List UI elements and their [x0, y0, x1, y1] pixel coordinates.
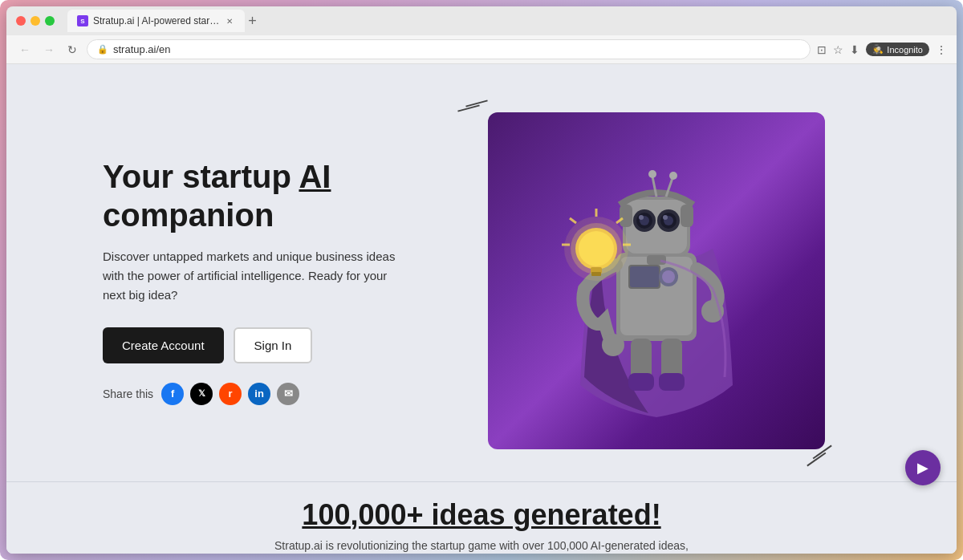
hero-right	[488, 112, 825, 449]
address-bar: ← → ↻ 🔒 stratup.ai/en ⊡ ☆ ⬇ 🕵 Incognito …	[6, 35, 957, 64]
bottom-subtitle: Stratup.ai is revolutionizing the startu…	[39, 537, 924, 554]
incognito-badge: 🕵 Incognito	[866, 43, 929, 56]
browser-actions: ⊡ ☆ ⬇ 🕵 Incognito ⋮	[817, 43, 947, 56]
svg-rect-39	[659, 373, 685, 391]
svg-point-34	[602, 334, 624, 356]
sign-in-button[interactable]: Sign In	[234, 327, 313, 363]
email-share-button[interactable]: ✉	[277, 383, 299, 405]
close-window-button[interactable]	[16, 16, 26, 26]
svg-rect-38	[628, 373, 654, 391]
hero-title-part2: companion	[103, 197, 274, 233]
svg-point-5	[662, 270, 675, 283]
share-icons: f 𝕏 r in ✉	[161, 383, 299, 405]
svg-point-15	[663, 215, 668, 220]
hero-left: Your startup AI companion Discover untap…	[103, 157, 488, 405]
back-button[interactable]: ←	[16, 42, 34, 58]
bottom-desc-line1: Stratup.ai is revolutionizing the startu…	[274, 539, 689, 552]
cast-icon[interactable]: ⊡	[817, 43, 827, 56]
url-text: stratup.ai/en	[113, 43, 171, 55]
linkedin-share-button[interactable]: in	[248, 383, 270, 405]
lock-icon: 🔒	[97, 44, 108, 55]
svg-rect-28	[591, 272, 601, 276]
hero-section: Your startup AI companion Discover untap…	[6, 64, 957, 481]
minimize-window-button[interactable]	[30, 16, 40, 26]
tab-bar: S Stratup.ai | AI-powered star… ✕ +	[67, 10, 947, 32]
floating-play-button[interactable]: ▶	[905, 450, 941, 485]
tab-favicon-icon: S	[77, 15, 88, 26]
hero-title-ai: AI	[299, 159, 331, 194]
page-content: Your startup AI companion Discover untap…	[6, 64, 957, 554]
incognito-icon: 🕵	[872, 44, 884, 55]
hero-title-part1: Your startup	[103, 159, 299, 194]
reload-button[interactable]: ↻	[64, 42, 80, 58]
forward-button[interactable]: →	[40, 42, 58, 58]
create-account-button[interactable]: Create Account	[103, 327, 224, 363]
download-icon[interactable]: ⬇	[850, 43, 859, 56]
corner-decoration-br	[804, 448, 835, 465]
svg-rect-17	[681, 205, 693, 227]
svg-line-31	[570, 218, 576, 223]
bottom-section: 100,000+ ideas generated! Stratup.ai is …	[6, 481, 957, 554]
facebook-share-button[interactable]: f	[161, 383, 184, 405]
share-label: Share this	[103, 388, 153, 400]
robot-image	[488, 112, 825, 449]
hero-buttons: Create Account Sign In	[103, 327, 488, 363]
traffic-lights	[16, 16, 55, 26]
menu-button[interactable]: ⋮	[936, 43, 947, 56]
svg-point-19	[648, 170, 656, 178]
svg-rect-3	[630, 266, 659, 287]
svg-point-21	[669, 172, 677, 180]
svg-point-11	[639, 215, 644, 220]
browser-window: S Stratup.ai | AI-powered star… ✕ + ← → …	[6, 6, 957, 554]
incognito-label: Incognito	[887, 45, 923, 55]
active-tab[interactable]: S Stratup.ai | AI-powered star… ✕	[67, 10, 245, 32]
x-share-button[interactable]: 𝕏	[190, 383, 213, 405]
address-input[interactable]: 🔒 stratup.ai/en	[87, 39, 811, 59]
title-bar: S Stratup.ai | AI-powered star… ✕ +	[6, 6, 957, 35]
corner-decoration-tl	[457, 103, 488, 109]
reddit-share-button[interactable]: r	[219, 383, 242, 405]
svg-rect-22	[647, 255, 666, 265]
ideas-count: 100,000+ ideas generated!	[39, 498, 924, 532]
share-row: Share this f 𝕏 r in ✉	[103, 383, 488, 405]
os-window: S Stratup.ai | AI-powered star… ✕ + ← → …	[0, 0, 963, 560]
tab-close-button[interactable]: ✕	[224, 15, 235, 26]
svg-rect-16	[620, 205, 632, 227]
maximize-window-button[interactable]	[45, 16, 55, 26]
new-tab-button[interactable]: +	[248, 14, 257, 28]
tab-title: Stratup.ai | AI-powered star…	[93, 15, 219, 26]
robot-svg	[528, 128, 785, 433]
bookmark-icon[interactable]: ☆	[833, 43, 843, 56]
hero-subtitle: Discover untapped markets and unique bus…	[103, 247, 408, 305]
hero-title: Your startup AI companion	[103, 157, 488, 234]
